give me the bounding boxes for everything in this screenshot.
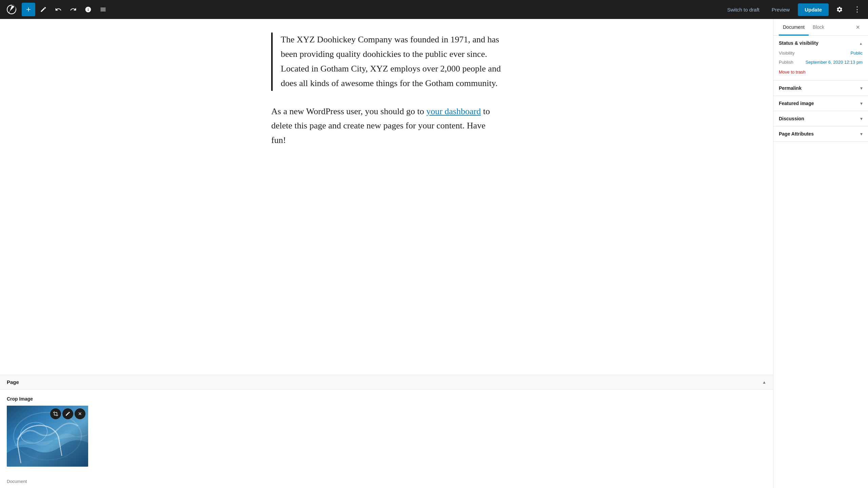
paragraph-block[interactable]: As a new WordPress user, you should go t… (271, 104, 502, 148)
sidebar-tabs: Document Block × (773, 19, 868, 36)
permalink-header[interactable]: Permalink (773, 81, 868, 96)
crop-button[interactable] (50, 408, 61, 419)
status-visibility-content: Visibility Public Publish September 6, 2… (773, 50, 868, 80)
page-section-header[interactable]: Page ▲ (0, 375, 773, 389)
settings-button[interactable] (833, 3, 846, 16)
blockquote-text: The XYZ Doohickey Company was founded in… (281, 33, 502, 91)
paragraph-text: As a new WordPress user, you should go t… (271, 104, 502, 148)
redo-button[interactable] (66, 3, 80, 16)
editor-area: The XYZ Doohickey Company was founded in… (0, 19, 773, 488)
visibility-value[interactable]: Public (851, 50, 863, 56)
discussion-header[interactable]: Discussion (773, 111, 868, 126)
bottom-section: Page ▲ Crop Image (0, 375, 773, 488)
move-to-trash-button[interactable]: Move to trash (779, 69, 806, 75)
tab-block[interactable]: Block (809, 19, 828, 36)
discussion-toggle (860, 116, 863, 121)
document-label: Document (0, 475, 773, 488)
remove-image-button[interactable]: ✕ (75, 408, 85, 419)
visibility-label: Visibility (779, 50, 795, 56)
wp-logo (4, 0, 19, 19)
status-visibility-header[interactable]: Status & visibility (773, 36, 868, 50)
publish-row: Publish September 6, 2020 12:13 pm (779, 60, 863, 65)
page-section-title: Page (7, 379, 19, 385)
permalink-toggle (860, 85, 863, 91)
featured-image-toggle (860, 101, 863, 106)
info-button[interactable] (81, 3, 95, 16)
sidebar-close-button[interactable]: × (853, 21, 863, 34)
crop-image-title: Crop Image (7, 396, 766, 402)
toolbar-right: Switch to draft Preview Update ⋮ (723, 3, 864, 16)
paragraph-before-link: As a new WordPress user, you should go t… (271, 106, 426, 116)
edit-image-button[interactable] (62, 408, 73, 419)
page-attributes-toggle (860, 131, 863, 137)
status-visibility-section: Status & visibility Visibility Public Pu… (773, 36, 868, 81)
publish-label: Publish (779, 60, 793, 65)
page-attributes-section: Page Attributes (773, 126, 868, 142)
update-button[interactable]: Update (798, 3, 829, 16)
add-block-button[interactable] (22, 3, 35, 16)
status-visibility-toggle (859, 40, 863, 46)
dashboard-link[interactable]: your dashboard (426, 106, 481, 116)
list-view-button[interactable] (96, 3, 110, 16)
right-sidebar: Document Block × Status & visibility Vis… (773, 19, 868, 488)
discussion-section: Discussion (773, 111, 868, 126)
editor-content: The XYZ Doohickey Company was founded in… (244, 33, 529, 161)
blockquote-block[interactable]: The XYZ Doohickey Company was founded in… (271, 33, 502, 91)
featured-image-header[interactable]: Featured image (773, 96, 868, 111)
preview-button[interactable]: Preview (768, 4, 794, 15)
edit-mode-button[interactable] (37, 3, 50, 16)
visibility-row: Visibility Public (779, 50, 863, 56)
toolbar-left (22, 3, 110, 16)
tab-document[interactable]: Document (779, 19, 809, 36)
undo-button[interactable] (52, 3, 65, 16)
switch-to-draft-button[interactable]: Switch to draft (723, 4, 764, 15)
permalink-title: Permalink (779, 85, 802, 91)
page-attributes-header[interactable]: Page Attributes (773, 126, 868, 141)
crop-image-section: Crop Image (0, 389, 773, 475)
toolbar: Switch to draft Preview Update ⋮ (0, 0, 868, 19)
image-toolbar: ✕ (50, 408, 85, 419)
more-options-button[interactable]: ⋮ (850, 3, 864, 16)
permalink-section: Permalink (773, 81, 868, 96)
image-container[interactable]: ✕ (7, 406, 88, 467)
page-section-arrow-up: ▲ (762, 380, 766, 385)
discussion-title: Discussion (779, 116, 804, 121)
featured-image-section: Featured image (773, 96, 868, 111)
publish-value[interactable]: September 6, 2020 12:13 pm (806, 60, 863, 65)
status-visibility-title: Status & visibility (779, 40, 818, 46)
featured-image-title: Featured image (779, 101, 814, 106)
main-layout: The XYZ Doohickey Company was founded in… (0, 19, 868, 488)
page-attributes-title: Page Attributes (779, 131, 814, 137)
